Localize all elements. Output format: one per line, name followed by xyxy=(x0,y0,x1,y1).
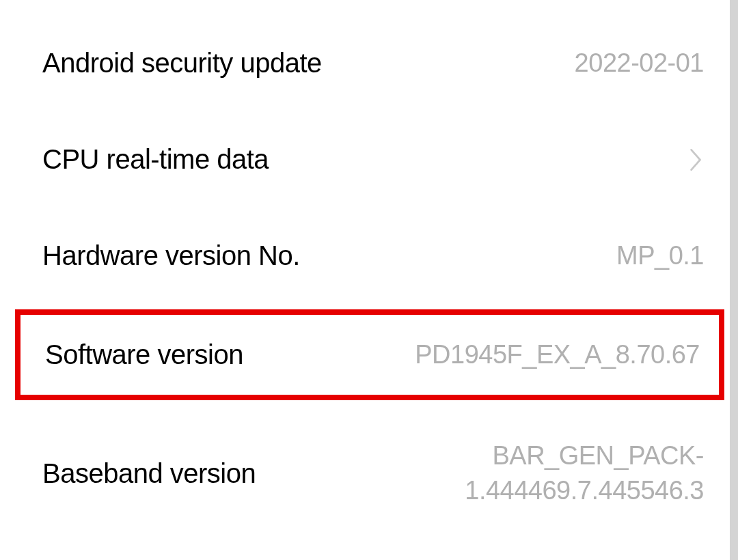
list-item-cpu-data[interactable]: CPU real-time data xyxy=(0,111,738,208)
security-update-value: 2022-02-01 xyxy=(575,48,704,78)
baseband-version-label: Baseband version xyxy=(42,458,256,489)
list-item-baseband-version[interactable]: Baseband version BAR_GEN_PACK-1.444469.7… xyxy=(0,406,738,542)
hardware-version-value: MP_0.1 xyxy=(616,241,704,270)
chevron-right-icon xyxy=(689,147,704,173)
cpu-data-right xyxy=(689,147,704,173)
software-version-label: Software version xyxy=(45,339,243,370)
scrollbar[interactable] xyxy=(730,0,738,560)
list-item-software-version[interactable]: Software version PD1945F_EX_A_8.70.67 xyxy=(15,309,724,400)
list-item-security-update[interactable]: Android security update 2022-02-01 xyxy=(0,0,738,111)
list-item-hardware-version[interactable]: Hardware version No. MP_0.1 xyxy=(0,208,738,304)
software-version-value: PD1945F_EX_A_8.70.67 xyxy=(415,340,700,369)
cpu-data-label: CPU real-time data xyxy=(42,144,269,175)
baseband-version-value: BAR_GEN_PACK-1.444469.7.445546.3 xyxy=(294,438,704,509)
settings-list: Android security update 2022-02-01 CPU r… xyxy=(0,0,738,542)
hardware-version-label: Hardware version No. xyxy=(42,240,300,271)
settings-list-container: Android security update 2022-02-01 CPU r… xyxy=(0,0,738,560)
security-update-label: Android security update xyxy=(42,48,322,79)
